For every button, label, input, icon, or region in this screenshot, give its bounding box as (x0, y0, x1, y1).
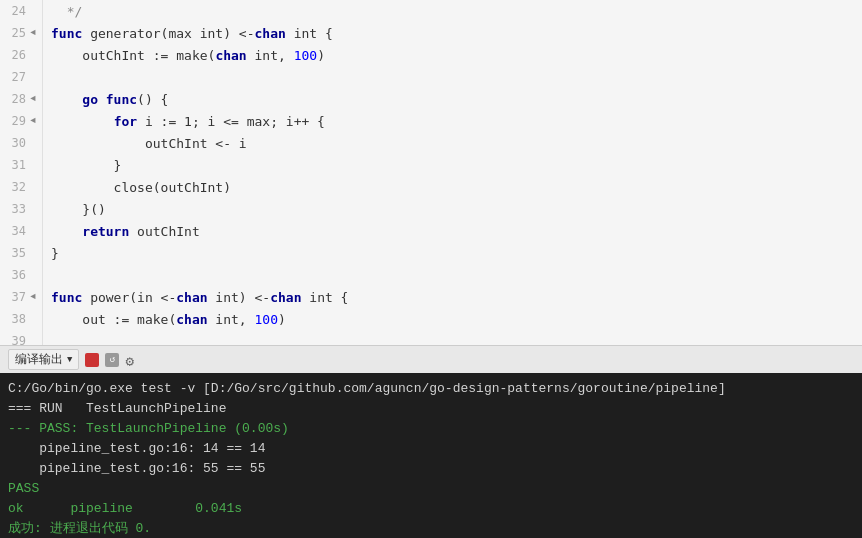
gutter-row: 25◄ (4, 22, 38, 44)
line-number: 27 (4, 70, 26, 84)
terminal-toolbar: 编译输出 ▼ ↺ ⚙ (0, 345, 862, 373)
token: int (200, 26, 223, 41)
gutter-row: 33 (4, 198, 38, 220)
token: int { (286, 26, 333, 41)
line-number: 31 (4, 158, 26, 172)
breakpoint-arrow: ◄ (28, 28, 38, 38)
line-number: 32 (4, 180, 26, 194)
line-number: 28 (4, 92, 26, 106)
terminal-line: C:/Go/bin/go.exe test -v [D:/Go/src/gith… (8, 379, 854, 399)
token (51, 114, 114, 129)
code-editor[interactable]: 2425◄262728◄29◄3031323334353637◄3839 */f… (0, 0, 862, 345)
code-line: outChInt := make(chan int, 100) (51, 44, 862, 66)
code-line: out := make(chan int, 100) (51, 308, 862, 330)
terminal-output: C:/Go/bin/go.exe test -v [D:/Go/src/gith… (0, 373, 862, 538)
token: int { (301, 290, 348, 305)
token (98, 92, 106, 107)
terminal-line: --- PASS: TestLaunchPipeline (0.00s) (8, 419, 854, 439)
token: } (51, 246, 59, 261)
token: int) <- (208, 290, 271, 305)
token: i := 1; i <= max; i++ { (137, 114, 325, 129)
token: 100 (294, 48, 317, 63)
token: () { (137, 92, 168, 107)
token: chan (176, 290, 207, 305)
code-line: return outChInt (51, 220, 862, 242)
line-number: 39 (4, 334, 26, 345)
breakpoint-arrow: ◄ (28, 292, 38, 302)
breakpoint-arrow: ◄ (28, 116, 38, 126)
token: close(outChInt) (51, 180, 231, 195)
token (51, 224, 82, 239)
gutter-row: 26 (4, 44, 38, 66)
line-number: 35 (4, 246, 26, 260)
token: func (51, 26, 82, 41)
gutter-row: 30 (4, 132, 38, 154)
gutter-row: 35 (4, 242, 38, 264)
token: chan (270, 290, 301, 305)
token: }() (51, 202, 106, 217)
gutter-row: 39 (4, 330, 38, 345)
code-line: for i := 1; i <= max; i++ { (51, 110, 862, 132)
gutter-row: 32 (4, 176, 38, 198)
code-line: } (51, 154, 862, 176)
line-number: 30 (4, 136, 26, 150)
token: return (82, 224, 129, 239)
gutter-row: 27 (4, 66, 38, 88)
token: } (51, 158, 121, 173)
token: for (114, 114, 137, 129)
token: ) (317, 48, 325, 63)
code-line (51, 264, 862, 286)
line-number: 37 (4, 290, 26, 304)
code-line: close(outChInt) (51, 176, 862, 198)
token: int, (208, 312, 255, 327)
token: out := make( (51, 312, 176, 327)
line-number: 25 (4, 26, 26, 40)
line-number: 38 (4, 312, 26, 326)
token (51, 92, 82, 107)
breakpoint-arrow: ◄ (28, 94, 38, 104)
line-number: 26 (4, 48, 26, 62)
terminal-line: pipeline_test.go:16: 14 == 14 (8, 439, 854, 459)
gutter-row: 24 (4, 0, 38, 22)
token: generator(max (82, 26, 199, 41)
gutter-row: 29◄ (4, 110, 38, 132)
terminal-line: 成功: 进程退出代码 0. (8, 519, 854, 538)
token: outChInt := make( (51, 48, 215, 63)
terminal-line: === RUN TestLaunchPipeline (8, 399, 854, 419)
code-line (51, 66, 862, 88)
token: outChInt <- i (51, 136, 247, 151)
code-line: } (51, 242, 862, 264)
token: chan (176, 312, 207, 327)
token: outChInt (129, 224, 199, 239)
output-dropdown-label: 编译输出 (15, 351, 63, 368)
line-number: 24 (4, 4, 26, 18)
gutter-row: 38 (4, 308, 38, 330)
terminal-line: PASS (8, 479, 854, 499)
code-line: go func() { (51, 88, 862, 110)
token: func (51, 290, 82, 305)
token: ) <- (223, 26, 254, 41)
gutter-row: 31 (4, 154, 38, 176)
terminal-panel: 编译输出 ▼ ↺ ⚙ C:/Go/bin/go.exe test -v [D:/… (0, 345, 862, 538)
output-dropdown[interactable]: 编译输出 ▼ (8, 349, 79, 370)
token: go (82, 92, 98, 107)
token: power(in <- (82, 290, 176, 305)
line-number: 36 (4, 268, 26, 282)
line-number: 29 (4, 114, 26, 128)
token: ) (278, 312, 286, 327)
stop-button[interactable] (85, 353, 99, 367)
rerun-button[interactable]: ↺ (105, 353, 119, 367)
code-line (51, 330, 862, 345)
code-line: func power(in <-chan int) <-chan int { (51, 286, 862, 308)
code-line: func generator(max int) <-chan int { (51, 22, 862, 44)
settings-button[interactable]: ⚙ (125, 353, 139, 367)
line-number: 33 (4, 202, 26, 216)
token: chan (215, 48, 246, 63)
code-line: outChInt <- i (51, 132, 862, 154)
token: 100 (255, 312, 278, 327)
code-line: */ (51, 0, 862, 22)
token: int, (247, 48, 294, 63)
gutter-row: 34 (4, 220, 38, 242)
token: func (106, 92, 137, 107)
terminal-line: pipeline_test.go:16: 55 == 55 (8, 459, 854, 479)
